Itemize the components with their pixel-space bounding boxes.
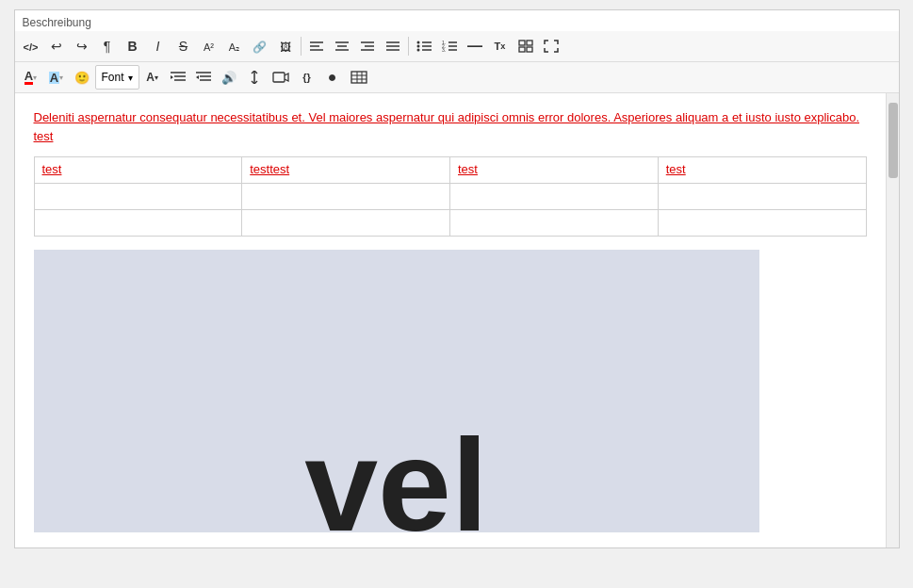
table-cell <box>450 184 659 210</box>
svg-rect-27 <box>527 47 532 52</box>
align-justify-button[interactable] <box>381 34 405 58</box>
align-right-button[interactable] <box>355 34 380 58</box>
subscript-icon <box>229 40 239 54</box>
toolbar-row-2: A ▾ A ▾ 🙂 Font A▾ <box>15 62 899 93</box>
table-row <box>34 184 866 210</box>
clear-format-button[interactable]: Tx <box>488 34 513 58</box>
ordered-list-button[interactable]: 1. 2. 3. <box>437 34 462 58</box>
paragraph-icon <box>104 39 111 54</box>
svg-rect-35 <box>273 73 285 82</box>
ul-icon <box>416 40 432 53</box>
table-cell <box>658 210 866 237</box>
table-link-testtest[interactable]: testtest <box>250 162 289 176</box>
table-icon <box>351 71 367 84</box>
editor-label: Beschreibung <box>15 10 899 31</box>
table-cell: test <box>658 157 866 184</box>
undo-icon <box>51 39 62 54</box>
big-text-display: vel <box>304 419 488 532</box>
align-right-icon <box>361 41 374 53</box>
undo-button[interactable] <box>44 34 69 58</box>
strikethrough-icon <box>179 39 187 54</box>
content-link-deleniti[interactable]: Deleniti aspernatur consequatur necessit… <box>34 110 860 124</box>
superscript-button[interactable] <box>197 34 221 58</box>
svg-rect-25 <box>527 41 532 45</box>
table-cell: test <box>450 157 659 184</box>
italic-icon <box>156 39 160 54</box>
paragraph-button[interactable] <box>95 34 120 58</box>
line-height-icon <box>247 71 262 84</box>
image-icon <box>280 40 291 54</box>
bold-icon <box>127 39 137 54</box>
table-row <box>34 210 866 237</box>
table-cell <box>242 210 450 237</box>
redo-button[interactable] <box>70 34 94 58</box>
content-image-block: vel <box>34 250 759 532</box>
emoji-button[interactable]: 🙂 <box>70 65 94 90</box>
svg-rect-36 <box>351 72 367 83</box>
unordered-list-button[interactable] <box>412 34 436 58</box>
widget-button[interactable] <box>514 34 538 58</box>
bg-color-button[interactable]: A ▾ <box>44 65 69 90</box>
video-button[interactable] <box>268 65 294 90</box>
align-left-button[interactable] <box>304 34 329 58</box>
table-cell <box>242 184 450 210</box>
link-button[interactable] <box>248 34 272 58</box>
align-left-icon <box>310 41 323 53</box>
editor-area: Deleniti aspernatur consequatur necessit… <box>15 93 899 547</box>
superscript-icon <box>204 40 214 54</box>
table-button[interactable] <box>346 65 372 90</box>
source-button[interactable]: {} <box>295 65 319 90</box>
hr-button[interactable]: — <box>463 34 487 58</box>
font-color-button[interactable]: A ▾ <box>19 65 43 90</box>
bg-color-icon: A <box>49 72 59 84</box>
editor-wrapper: Beschreibung <box>14 9 900 548</box>
align-center-icon <box>335 41 349 53</box>
content-table: test testtest test test <box>34 156 867 237</box>
fullscreen-button[interactable] <box>539 34 563 58</box>
bold-button[interactable] <box>121 34 145 58</box>
indent-more-button[interactable] <box>166 65 190 90</box>
audio-button[interactable]: 🔊 <box>217 65 241 90</box>
table-cell: testtest <box>242 157 450 184</box>
fullscreen-icon <box>544 40 559 53</box>
table-row: test testtest test test <box>34 157 866 184</box>
scrollbar[interactable] <box>886 93 899 547</box>
scrollbar-thumb[interactable] <box>889 103 898 178</box>
table-cell <box>34 184 242 210</box>
code-icon <box>24 40 39 54</box>
table-link-test3[interactable]: test <box>458 162 478 176</box>
widget-icon <box>518 40 533 53</box>
subscript-button[interactable] <box>222 34 247 58</box>
strikethrough-button[interactable] <box>171 34 196 58</box>
image-button[interactable] <box>273 34 298 58</box>
audio-icon: 🔊 <box>221 71 236 85</box>
table-cell: test <box>34 157 242 184</box>
align-justify-icon <box>386 41 399 53</box>
line-height-button[interactable] <box>242 65 267 90</box>
text-size-icon: A <box>146 71 155 84</box>
indent-more-icon <box>171 71 186 84</box>
align-center-button[interactable] <box>330 34 354 58</box>
table-link-test4[interactable]: test <box>666 162 686 176</box>
content-link-test[interactable]: test <box>34 129 54 143</box>
code-view-button[interactable] <box>19 34 43 58</box>
toolbar-row-1: 1. 2. 3. — Tx <box>15 31 899 62</box>
svg-point-12 <box>416 41 419 44</box>
editor-content[interactable]: Deleniti aspernatur consequatur necessit… <box>15 93 886 547</box>
table-cell <box>658 184 866 210</box>
indent-less-button[interactable] <box>191 65 216 90</box>
redo-icon <box>76 39 88 54</box>
table-cell <box>34 210 242 237</box>
font-dropdown[interactable]: Font <box>95 65 139 90</box>
svg-point-13 <box>416 45 419 48</box>
table-link-test1[interactable]: test <box>42 162 62 176</box>
italic-button[interactable] <box>146 34 171 58</box>
emoji-icon: 🙂 <box>74 71 90 85</box>
svg-text:3.: 3. <box>442 47 446 53</box>
table-cell <box>450 210 659 237</box>
video-icon <box>272 71 289 84</box>
circle-button[interactable]: ● <box>320 65 345 90</box>
ol-icon: 1. 2. 3. <box>442 40 457 53</box>
text-size-button[interactable]: A▾ <box>140 65 165 90</box>
svg-rect-26 <box>519 47 525 52</box>
